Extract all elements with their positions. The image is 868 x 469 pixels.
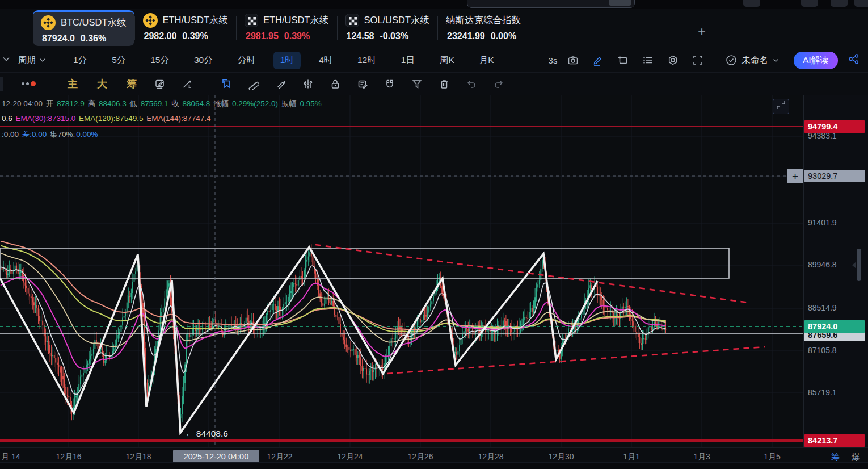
chevron-down-icon [773,57,779,64]
timeframe-4时[interactable]: 4时 [312,52,339,69]
time-tick: 12月18 [125,452,151,462]
timeframe-12时[interactable]: 12时 [351,52,383,69]
timeframe-5分[interactable]: 5分 [105,52,132,69]
magnet-icon[interactable] [378,76,401,93]
collapse-chevron-icon[interactable] [2,55,10,65]
info-segment: 12-20 04:00 [2,99,45,108]
symbol-tabbar: BTC/USDT永续 87924.0 0.36%ETH/USDT永续 2982.… [0,9,868,48]
tabbar-edge-divider [7,21,7,44]
tab-last-price: 23241.99 [447,31,485,41]
indicator-button-大[interactable]: 大 [91,77,113,91]
topbar-icon[interactable] [854,0,868,7]
ai-analysis-button[interactable]: AI解读 [794,52,838,69]
note-edit-icon[interactable] [351,76,374,93]
gear-icon[interactable] [660,52,685,68]
liquidation-toggle[interactable]: 爆 [852,452,861,462]
topbar-icon[interactable] [801,0,818,7]
restore-pane-icon[interactable] [773,99,789,114]
symbol-tab-BTC/USDT永续[interactable]: BTC/USDT永续 87924.0 0.36% [33,10,134,46]
edit-square-icon[interactable] [149,76,171,93]
timeframe-周K[interactable]: 周K [433,52,461,69]
layout-dropdown[interactable]: 未命名 [726,55,779,66]
tab-change-percent: 0.36% [81,34,106,44]
list-icon[interactable] [635,52,660,68]
bottom-corner-tags: 筹 爆 [831,451,860,463]
price-badge-gray: 93029.7 [804,170,865,182]
timeframe-15分[interactable]: 15分 [144,52,176,69]
camera-icon[interactable] [561,52,585,68]
timeframe-月K[interactable]: 月K [473,52,501,69]
add-symbol-tab-button[interactable]: + [694,24,709,39]
bookmark-icon[interactable] [215,76,238,93]
more-options-icon[interactable] [22,81,36,86]
pen-icon[interactable] [269,76,292,93]
time-tick: 1月3 [693,452,710,462]
timeframe-1日[interactable]: 1日 [394,52,422,69]
trend-line-icon[interactable] [176,76,199,93]
candlestick-plot[interactable]: ← 84408.6 [0,95,803,447]
price-tick: 85719.1 [808,388,837,397]
axis-scroll-arrow-icon [852,262,856,269]
funnel-icon[interactable] [406,76,428,93]
tab-symbol-name: ETH/USDT永续 [163,14,229,27]
info-segment: 0.29%(252.0) [232,99,280,108]
chart-region: ← 84408.6 12-20 04:00 开 87812.9 高 88406.… [0,95,868,447]
indicator-button-筹[interactable]: 筹 [120,77,143,91]
timeframe-30分[interactable]: 30分 [187,52,220,69]
tab-symbol-name: 纳斯达克综合指数 [446,14,521,27]
lock-icon[interactable] [324,76,347,93]
cropped-panel-icon [0,77,3,91]
chip-distribution-toggle[interactable]: 筹 [831,452,840,462]
undo-icon[interactable] [460,76,483,93]
fullscreen-icon[interactable] [685,52,710,68]
indicator-button-主[interactable]: 主 [61,77,84,91]
tab-last-price: 2982.00 [144,31,177,41]
redo-icon[interactable] [487,76,510,93]
info-segment: 差:0.00 [22,130,49,139]
timeframe-分时[interactable]: 分时 [231,52,262,69]
binance-icon [41,15,56,30]
symbol-tab-SOL/USDT永续[interactable]: SOL/USDT永续 124.58 -0.03% [338,9,438,46]
info-segment: 低 [129,99,139,108]
time-tick: 12月24 [337,452,363,462]
tab-change-percent: -0.03% [380,31,408,41]
info-segment: 87569.1 [141,99,171,108]
indicator-text-buttons: 主大筹 [58,77,146,91]
period-label: 周期 [18,55,36,66]
chart-tool-icons [146,76,201,93]
trash-icon[interactable] [433,76,456,93]
drawing-toolbar: 主大筹 [0,73,868,95]
time-tick: 12月26 [407,452,433,462]
axis-scrollbar-handle[interactable] [857,249,861,281]
price-tick: 89946.8 [808,260,837,269]
pencil-icon[interactable] [585,52,610,68]
price-axis[interactable]: 94383.191401.989946.888514.987105.885719… [803,95,868,447]
search-hotkey-chip [609,0,631,6]
tab-last-price: 2981.95 [246,31,279,41]
timeframe-1时[interactable]: 1时 [273,52,301,69]
topbar-icon[interactable] [831,0,848,7]
tab-symbol-name: BTC/USDT永续 [61,16,127,29]
share-icon[interactable] [848,53,859,67]
timeframe-1分[interactable]: 1分 [66,52,94,69]
toolbar-icons [561,52,710,68]
ema-info-line: 0.6 EMA(30):87315.0 EMA(120):87549.5 EMA… [2,114,212,123]
chevron-down-icon [39,57,46,64]
info-segment: 振幅 [281,99,299,108]
price-tick: 88514.9 [808,303,837,312]
info-segment: 87812.9 [57,99,87,108]
tab-change-percent: 0.39% [182,31,208,41]
ruler-icon[interactable] [242,76,265,93]
info-segment: 0.00% [76,130,98,139]
info-segment: EMA(120):87549.5 [79,114,145,123]
window-add-icon[interactable] [610,52,635,68]
crosshair-price-add-button[interactable]: + [787,169,803,183]
symbol-tab-纳斯达克综合指数[interactable]: 纳斯达克综合指数 23241.99 0.00% [438,9,529,46]
symbol-tab-ETH/USDT永续[interactable]: ETH/USDT永续 2982.00 0.39% [135,9,237,46]
tab-symbol-name: ETH/USDT永续 [263,14,329,27]
volume-profile-icon[interactable] [297,76,319,93]
topbar-icon[interactable] [743,0,760,7]
timeframe-toolbar: 周期 1分5分15分30分分时1时4时12时1日周K月K 3s 未命名 AI解读 [0,48,868,73]
period-dropdown[interactable]: 周期 [18,55,46,66]
symbol-tab-ETH/USDT永续[interactable]: ETH/USDT永续 2981.95 0.39% [237,9,337,46]
